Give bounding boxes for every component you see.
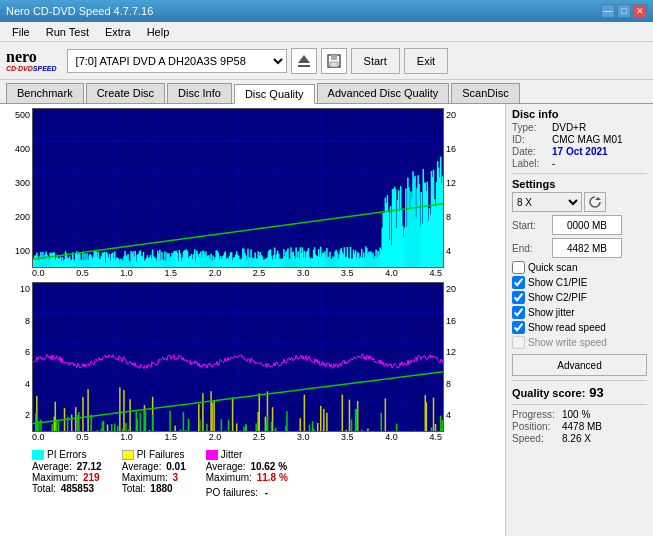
- tab-disc-info[interactable]: Disc Info: [167, 83, 232, 103]
- save-icon-btn[interactable]: [321, 48, 347, 74]
- pi-errors-total-label: Total:: [32, 483, 56, 494]
- y-right-bot-20: 20: [446, 284, 464, 294]
- svg-rect-4: [330, 62, 338, 67]
- legend-jitter: Jitter Average: 10.62 % Maximum: 11.8 % …: [206, 449, 288, 498]
- position-row: Position: 4478 MB: [512, 421, 647, 432]
- main-content: 500 400 300 200 100 20 16 12 8 4 0.00.51…: [0, 104, 653, 536]
- divider-2: [512, 380, 647, 381]
- pi-errors-title: PI Errors: [47, 449, 86, 460]
- legend-pi-errors: PI Errors Average: 27.12 Maximum: 219 To…: [32, 449, 102, 498]
- quick-scan-row: Quick scan: [512, 261, 647, 274]
- tab-create-disc[interactable]: Create Disc: [86, 83, 165, 103]
- y-bot-4: 4: [4, 379, 30, 389]
- y-top-100: 100: [4, 246, 30, 256]
- settings-title: Settings: [512, 178, 647, 190]
- pi-failures-avg-label: Average:: [122, 461, 162, 472]
- jitter-title: Jitter: [221, 449, 243, 460]
- jitter-avg-label: Average:: [206, 461, 246, 472]
- minimize-button[interactable]: —: [601, 4, 615, 18]
- y-right-top-12: 12: [446, 178, 464, 188]
- eject-icon-btn[interactable]: [291, 48, 317, 74]
- legend-area: PI Errors Average: 27.12 Maximum: 219 To…: [4, 446, 501, 501]
- tab-advanced-disc-quality[interactable]: Advanced Disc Quality: [317, 83, 450, 103]
- y-top-200: 200: [4, 212, 30, 222]
- start-button[interactable]: Start: [351, 48, 400, 74]
- pi-errors-color: [32, 450, 44, 460]
- window-controls[interactable]: — □ ✕: [601, 4, 647, 18]
- disc-date-row: Date: 17 Oct 2021: [512, 146, 647, 157]
- y-right-top-20: 20: [446, 110, 464, 120]
- pi-failures-max-value: 3: [173, 472, 179, 483]
- y-right-bot-12: 12: [446, 347, 464, 357]
- refresh-button[interactable]: [584, 192, 606, 212]
- show-write-speed-checkbox: [512, 336, 525, 349]
- y-right-top-4: 4: [446, 246, 464, 256]
- speed-select[interactable]: 8 X 4 X 12 X 16 X Max: [512, 192, 582, 212]
- tab-benchmark[interactable]: Benchmark: [6, 83, 84, 103]
- progress-row: Progress: 100 %: [512, 409, 647, 420]
- y-top-500: 500: [4, 110, 30, 120]
- nero-logo: nero CD·DVDSPEED: [6, 49, 57, 72]
- tab-scan-disc[interactable]: ScanDisc: [451, 83, 519, 103]
- svg-marker-0: [298, 55, 310, 63]
- pi-errors-avg-value: 27.12: [77, 461, 102, 472]
- y-top-400: 400: [4, 144, 30, 154]
- show-jitter-checkbox[interactable]: [512, 306, 525, 319]
- pi-failures-color: [122, 450, 134, 460]
- menu-file[interactable]: File: [4, 24, 38, 40]
- y-right-bot-16: 16: [446, 316, 464, 326]
- chart-area: 500 400 300 200 100 20 16 12 8 4 0.00.51…: [0, 104, 505, 536]
- menu-run-test[interactable]: Run Test: [38, 24, 97, 40]
- po-failures-value: -: [265, 487, 268, 498]
- exit-button[interactable]: Exit: [404, 48, 448, 74]
- jitter-avg-value: 10.62 %: [250, 461, 287, 472]
- menu-extra[interactable]: Extra: [97, 24, 139, 40]
- quality-score-value: 93: [589, 385, 603, 400]
- close-button[interactable]: ✕: [633, 4, 647, 18]
- legend-pi-failures: PI Failures Average: 0.01 Maximum: 3 Tot…: [122, 449, 186, 498]
- tab-disc-quality[interactable]: Disc Quality: [234, 84, 315, 104]
- quick-scan-checkbox[interactable]: [512, 261, 525, 274]
- show-write-speed-row: Show write speed: [512, 336, 647, 349]
- disc-id-row: ID: CMC MAG M01: [512, 134, 647, 145]
- menu-help[interactable]: Help: [139, 24, 178, 40]
- app-title: Nero CD-DVD Speed 4.7.7.16: [6, 5, 153, 17]
- pi-failures-max-label: Maximum:: [122, 472, 168, 483]
- end-mb-input[interactable]: [552, 238, 622, 258]
- svg-marker-5: [595, 197, 601, 200]
- pi-failures-total-label: Total:: [122, 483, 146, 494]
- speed-value: 8.26 X: [562, 433, 591, 444]
- divider-1: [512, 173, 647, 174]
- title-bar: Nero CD-DVD Speed 4.7.7.16 — □ ✕: [0, 0, 653, 22]
- pi-errors-total-value: 485853: [61, 483, 94, 494]
- svg-rect-3: [331, 55, 337, 60]
- show-read-speed-label: Show read speed: [528, 322, 606, 333]
- y-right-top-8: 8: [446, 212, 464, 222]
- show-c1pie-checkbox[interactable]: [512, 276, 525, 289]
- pi-errors-avg-label: Average:: [32, 461, 72, 472]
- show-read-speed-row: Show read speed: [512, 321, 647, 334]
- show-c1pie-row: Show C1/PIE: [512, 276, 647, 289]
- speed-row-val: Speed: 8.26 X: [512, 433, 647, 444]
- y-right-top-16: 16: [446, 144, 464, 154]
- show-c2pif-label: Show C2/PIF: [528, 292, 587, 303]
- maximize-button[interactable]: □: [617, 4, 631, 18]
- show-c2pif-checkbox[interactable]: [512, 291, 525, 304]
- divider-3: [512, 404, 647, 405]
- quick-scan-label: Quick scan: [528, 262, 577, 273]
- jitter-color: [206, 450, 218, 460]
- tab-bar: Benchmark Create Disc Disc Info Disc Qua…: [0, 80, 653, 104]
- y-right-bot-4: 4: [446, 410, 464, 420]
- position-value: 4478 MB: [562, 421, 602, 432]
- drive-select[interactable]: [7:0] ATAPI DVD A DH20A3S 9P58: [67, 49, 287, 73]
- menu-bar: File Run Test Extra Help: [0, 22, 653, 42]
- progress-value: 100 %: [562, 409, 590, 420]
- jitter-max-label: Maximum:: [206, 472, 252, 483]
- advanced-button[interactable]: Advanced: [512, 354, 647, 376]
- toolbar: nero CD·DVDSPEED [7:0] ATAPI DVD A DH20A…: [0, 42, 653, 80]
- pi-failures-avg-value: 0.01: [166, 461, 185, 472]
- y-bot-6: 6: [4, 347, 30, 357]
- y-right-bot-8: 8: [446, 379, 464, 389]
- start-mb-input[interactable]: [552, 215, 622, 235]
- show-read-speed-checkbox[interactable]: [512, 321, 525, 334]
